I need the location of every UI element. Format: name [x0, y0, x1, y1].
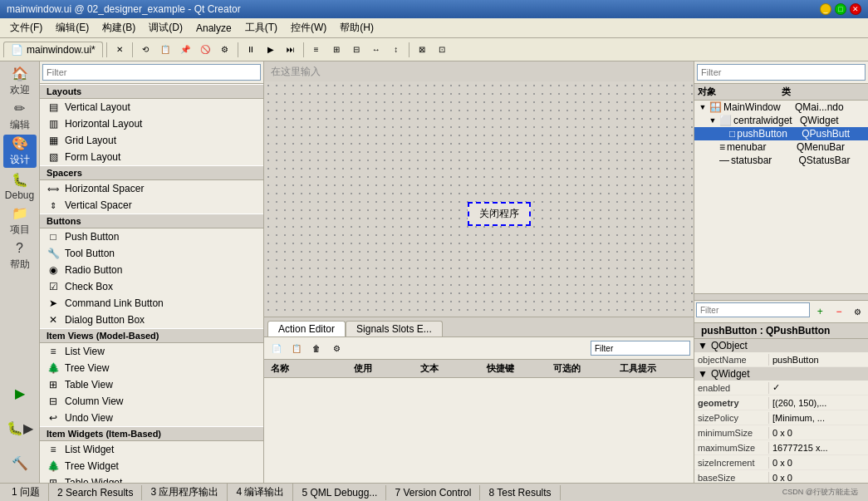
widget-vertical-layout[interactable]: ▤ Vertical Layout [40, 99, 263, 115]
menu-help[interactable]: 帮助(H) [333, 19, 380, 37]
action-new-btn[interactable]: 📄 [267, 339, 286, 357]
canvas-dots[interactable]: 关闭程序 [264, 81, 694, 317]
props-settings-btn[interactable]: ⚙ [849, 302, 866, 321]
menu-build[interactable]: 构建(B) [96, 19, 142, 37]
sidebar-item-run[interactable]: ▶ [3, 376, 37, 410]
toolbar-btn-8[interactable]: ⏭ [282, 41, 300, 59]
expand-centralwidget[interactable]: ▼ [708, 116, 718, 125]
widget-push-button[interactable]: □ Push Button [40, 228, 263, 245]
menu-file[interactable]: 文件(F) [3, 19, 49, 37]
sidebar-item-help[interactable]: ? 帮助 [3, 239, 37, 273]
prop-value-enabled[interactable]: ✓ [769, 381, 868, 394]
widget-list-widget[interactable]: ≡ List Widget [40, 441, 263, 458]
sidebar-item-debug-run[interactable]: 🐛▶ [3, 411, 37, 445]
menu-edit[interactable]: 编辑(E) [49, 19, 96, 37]
left-filter-input[interactable] [42, 64, 261, 81]
widget-table-widget[interactable]: ⊞ Table Widget [40, 474, 263, 483]
widget-undo-view[interactable]: ↩ Undo View [40, 410, 263, 426]
status-tab-compile[interactable]: 4 编译输出 [228, 484, 293, 501]
widget-dialog-button-box[interactable]: ✕ Dialog Button Box [40, 312, 263, 328]
prop-name-sizeincrement: sizeIncrement [694, 457, 769, 469]
widget-form-layout[interactable]: ▧ Form Layout [40, 149, 263, 165]
tab-action-editor[interactable]: Action Editor [267, 321, 346, 336]
widget-column-view[interactable]: ⊟ Column View [40, 393, 263, 410]
push-button-widget[interactable]: 关闭程序 [468, 202, 531, 226]
sidebar-item-design[interactable]: 🎨 设计 [3, 135, 37, 168]
close-button[interactable]: ✕ [850, 3, 861, 15]
maximize-button[interactable]: □ [835, 3, 846, 15]
toolbar-close[interactable]: ✕ [110, 41, 129, 59]
status-tab-version[interactable]: 7 Version Control [386, 485, 480, 500]
status-tab-problems[interactable]: 1 问题 [3, 484, 49, 501]
props-filter-input[interactable] [696, 302, 810, 317]
widget-check-box[interactable]: ☑ Check Box [40, 278, 263, 295]
prop-value-basesize[interactable]: 0 x 0 [769, 472, 868, 484]
tree-item-centralwidget[interactable]: ▼ ⬜ centralwidget QWidget [694, 114, 868, 127]
toolbar-btn-6[interactable]: ⏸ [242, 41, 260, 59]
prop-value-sizepolicy[interactable]: [Minimum, ... [769, 412, 868, 424]
minimize-button[interactable]: _ [820, 3, 831, 15]
sidebar-item-build[interactable]: 🔨 [3, 446, 37, 479]
status-tab-qml[interactable]: 5 QML Debugg... [293, 485, 386, 500]
widget-tree-widget[interactable]: 🌲 Tree Widget [40, 458, 263, 474]
props-add-btn[interactable]: + [812, 302, 829, 321]
prop-value-geometry[interactable]: [(260, 150),... [769, 397, 868, 409]
sidebar-item-debug[interactable]: 🐛 Debug [3, 169, 37, 203]
widget-list-view[interactable]: ≡ List View [40, 343, 263, 360]
widget-tool-button[interactable]: 🔧 Tool Button [40, 245, 263, 262]
file-tab[interactable]: 📄 mainwindow.ui* [3, 42, 103, 57]
action-settings-btn[interactable]: ⚙ [327, 339, 346, 357]
prop-value-sizeincrement[interactable]: 0 x 0 [769, 457, 868, 469]
widget-radio-button[interactable]: ◉ Radio Button [40, 262, 263, 278]
toolbar-btn-14[interactable]: ⊠ [413, 41, 431, 59]
props-remove-btn[interactable]: − [831, 302, 848, 321]
menu-analyze[interactable]: Analyze [189, 21, 238, 36]
widget-table-view[interactable]: ⊞ Table View [40, 376, 263, 393]
widget-command-link-button[interactable]: ➤ Command Link Button [40, 295, 263, 312]
widget-horizontal-layout[interactable]: ▥ Horizontal Layout [40, 115, 263, 132]
tree-item-mainwindow[interactable]: ▼ 🪟 MainWindow QMai...ndo [694, 101, 868, 114]
sidebar-item-welcome[interactable]: 🏠 欢迎 [3, 65, 37, 98]
action-filter-input[interactable]: Filter [591, 341, 690, 356]
tab-signals-slots[interactable]: Signals Slots E... [346, 321, 443, 336]
expand-mainwindow[interactable]: ▼ [698, 103, 708, 111]
canvas-header: 在这里输入 [264, 61, 694, 81]
design-canvas[interactable]: 在这里输入 关闭程序 [264, 61, 694, 317]
menu-tools[interactable]: 工具(T) [238, 19, 284, 37]
widget-grid-layout[interactable]: ▦ Grid Layout [40, 132, 263, 149]
prop-section-qobject[interactable]: ▼ QObject [694, 339, 868, 352]
widget-tree-view[interactable]: 🌲 Tree View [40, 360, 263, 376]
tree-scrollbar[interactable] [694, 293, 868, 300]
toolbar-btn-10[interactable]: ⊞ [327, 41, 346, 59]
menu-debug[interactable]: 调试(D) [142, 19, 189, 37]
toolbar-btn-3[interactable]: 📌 [176, 41, 194, 59]
menu-widgets[interactable]: 控件(W) [284, 19, 333, 37]
status-tab-test[interactable]: 8 Test Results [480, 485, 560, 500]
prop-value-objectname[interactable]: pushButton [769, 354, 868, 366]
sidebar-item-projects[interactable]: 📁 项目 [3, 204, 37, 238]
action-delete-btn[interactable]: 🗑 [307, 339, 326, 357]
prop-section-qwidget[interactable]: ▼ QWidget [694, 367, 868, 381]
tree-item-statusbar[interactable]: — statusbar QStatusBar [694, 154, 868, 167]
tree-item-menubar[interactable]: ≡ menubar QMenuBar [694, 140, 868, 154]
prop-value-minimumsize[interactable]: 0 x 0 [769, 427, 868, 439]
right-filter-input[interactable] [697, 64, 866, 81]
widget-horizontal-spacer[interactable]: ⟺ Horizontal Spacer [40, 180, 263, 197]
prop-value-maximumsize[interactable]: 16777215 x... [769, 442, 868, 454]
status-tab-search[interactable]: 2 Search Results [49, 485, 142, 500]
tree-item-pushbutton[interactable]: □ pushButton QPushButt [694, 127, 868, 140]
toolbar-btn-15[interactable]: ⊡ [433, 41, 451, 59]
toolbar-btn-2[interactable]: 📋 [156, 41, 174, 59]
toolbar-btn-7[interactable]: ▶ [262, 41, 280, 59]
action-copy-btn[interactable]: 📋 [287, 339, 306, 357]
toolbar-btn-4[interactable]: 🚫 [196, 41, 214, 59]
toolbar-btn-12[interactable]: ↔ [367, 41, 385, 59]
widget-vertical-spacer[interactable]: ⇕ Vertical Spacer [40, 197, 263, 214]
toolbar-btn-13[interactable]: ↕ [387, 41, 405, 59]
toolbar-btn-9[interactable]: ≡ [307, 41, 326, 59]
toolbar-btn-1[interactable]: ⟲ [136, 41, 154, 59]
sidebar-item-edit[interactable]: ✏ 编辑 [3, 100, 37, 133]
toolbar-btn-5[interactable]: ⚙ [216, 41, 234, 59]
status-tab-app-output[interactable]: 3 应用程序输出 [142, 484, 228, 501]
toolbar-btn-11[interactable]: ⊟ [347, 41, 365, 59]
